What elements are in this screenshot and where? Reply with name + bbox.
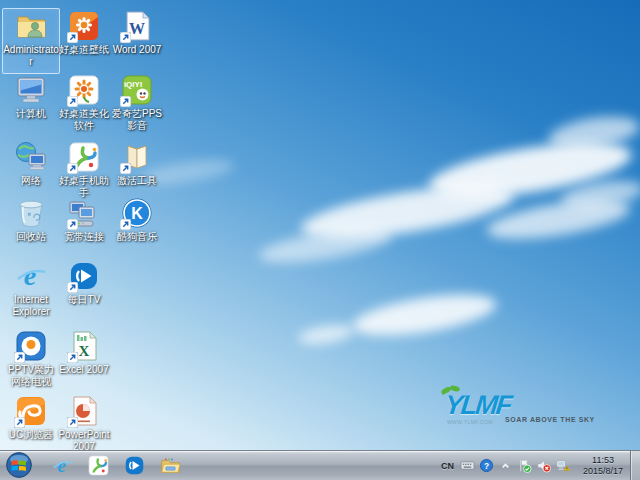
svg-text:iQIYI: iQIYI [124, 80, 142, 89]
desktop-icon-internet-explorer[interactable]: eInternet Explorer [2, 258, 60, 324]
taskbar-button-haozhuo-phone-assistant[interactable] [80, 452, 116, 479]
desktop-icon-label: 酷狗音乐 [108, 231, 166, 243]
desktop-icon-label: 回收站 [2, 231, 60, 243]
desktop-icon-recycle-bin[interactable]: 回收站 [2, 195, 60, 261]
taskbar-button-windows-explorer[interactable] [152, 452, 188, 479]
cloud [297, 322, 355, 348]
desktop: YLMF WWW.YLMF.COM SOAR ABOVE THE SKY Adm… [0, 0, 640, 480]
broadband-icon [67, 196, 101, 230]
ie-icon: e [51, 454, 74, 477]
taskbar-button-ie[interactable]: e [44, 452, 80, 479]
desktop-icon-label: PPTV聚力 网络电视 [2, 364, 60, 388]
explorer-icon [159, 454, 182, 477]
svg-text:e: e [24, 260, 36, 291]
ylmf-brand: YLMF [443, 390, 512, 421]
user-folder-icon [14, 9, 48, 43]
desktop-icon-label: 计算机 [2, 108, 60, 120]
help-icon[interactable]: ? [479, 458, 494, 473]
desktop-icon-label: Word 2007 [108, 44, 166, 56]
shortcut-arrow-icon [67, 163, 78, 174]
desktop-icon-label: 激活工具 [108, 175, 166, 187]
ylmf-tagline: SOAR ABOVE THE SKY [505, 416, 595, 423]
phone-assistant-icon [67, 140, 101, 174]
clock-date: 2015/8/17 [577, 466, 629, 477]
desktop-icon-label: 每日TV [55, 294, 113, 306]
shortcut-arrow-icon [67, 96, 78, 107]
shortcut-arrow-icon [67, 219, 78, 230]
desktop-icon-label: Administrator [2, 44, 60, 68]
shortcut-arrow-icon [14, 417, 25, 428]
phone-assistant-icon [87, 454, 110, 477]
powerpoint-icon [67, 394, 101, 428]
tv-play-icon [67, 259, 101, 293]
desktop-icon-label: Internet Explorer [2, 294, 60, 318]
uc-icon [14, 394, 48, 428]
shortcut-arrow-icon [120, 96, 131, 107]
ylmf-site: WWW.YLMF.COM [447, 419, 493, 425]
svg-text:e: e [57, 455, 65, 476]
shortcut-arrow-icon [120, 219, 131, 230]
shortcut-arrow-icon [67, 417, 78, 428]
shortcut-arrow-icon [120, 163, 131, 174]
desktop-icon-pptv[interactable]: PPTV聚力 网络电视 [2, 328, 60, 394]
ie-icon: e [14, 259, 48, 293]
taskbar-buttons: e [44, 451, 188, 480]
desktop-icon-kugou-music[interactable]: K酷狗音乐 [108, 195, 166, 261]
desktop-icon-label: 网络 [2, 175, 60, 187]
kugou-icon: K [120, 196, 154, 230]
word-icon: W [120, 9, 154, 43]
system-tray: CN ? 11:53 2015/8/17 [441, 451, 629, 480]
desktop-icon-label: 爱奇艺PPS影音 [108, 108, 166, 132]
start-button[interactable] [6, 452, 32, 478]
desktop-icon-label: UC浏览器 [2, 429, 60, 441]
svg-text:W: W [129, 20, 145, 37]
desktop-icon-label: 宽带连接 [55, 231, 113, 243]
excel-icon: X [67, 329, 101, 363]
svg-text:?: ? [484, 461, 489, 471]
recycle-bin-icon [14, 196, 48, 230]
desktop-icon-label: 好桌道壁纸 [55, 44, 113, 56]
cloud [350, 287, 499, 343]
desktop-icon-haozhuodao-wallpaper[interactable]: 好桌道壁纸 [55, 8, 113, 74]
computer-icon [14, 73, 48, 107]
show-desktop-button[interactable] [630, 451, 640, 480]
tv-play-icon [123, 454, 146, 477]
iqiyi-icon: iQIYI [120, 73, 154, 107]
action-center-icon[interactable] [517, 458, 532, 473]
shortcut-arrow-icon [67, 352, 78, 363]
desktop-icon-iqiyi-pps[interactable]: iQIYI爱奇艺PPS影音 [108, 72, 166, 138]
hidden-arrow-icon[interactable] [498, 458, 513, 473]
shortcut-arrow-icon [67, 282, 78, 293]
language-indicator[interactable]: CN [441, 461, 454, 471]
taskbar-button-daily-tv[interactable] [116, 452, 152, 479]
desktop-icon-haozhuodao-beautify[interactable]: 好桌道美化软件 [55, 72, 113, 138]
shortcut-arrow-icon [14, 352, 25, 363]
network-icon [14, 140, 48, 174]
pptv-icon [14, 329, 48, 363]
network-warning-icon[interactable] [555, 458, 570, 473]
desktop-icon-word-2007[interactable]: WWord 2007 [108, 8, 166, 74]
clock-time: 11:53 [577, 455, 629, 466]
clock[interactable]: 11:53 2015/8/17 [577, 455, 629, 477]
desktop-icon-computer[interactable]: 计算机 [2, 72, 60, 138]
keyboard-icon[interactable] [460, 458, 475, 473]
desktop-icon-excel-2007[interactable]: XExcel 2007 [55, 328, 113, 394]
svg-text:K: K [131, 205, 143, 222]
shortcut-arrow-icon [120, 32, 131, 43]
taskbar: e CN ? 11:53 2015/8/17 [0, 450, 640, 480]
shortcut-arrow-icon [67, 32, 78, 43]
desktop-icon-label: Excel 2007 [55, 364, 113, 376]
desktop-icon-broadband-connection[interactable]: 宽带连接 [55, 195, 113, 261]
desktop-icon-daily-tv[interactable]: 每日TV [55, 258, 113, 324]
desktop-icon-administrator[interactable]: Administrator [2, 8, 60, 74]
volume-muted-icon[interactable] [536, 458, 551, 473]
beautify-icon [67, 73, 101, 107]
svg-text:X: X [79, 343, 90, 359]
ylmf-watermark: YLMF WWW.YLMF.COM SOAR ABOVE THE SKY [433, 390, 583, 430]
activation-icon [120, 140, 154, 174]
tray-icons: ? [458, 458, 572, 473]
desktop-icon-label: 好桌道美化软件 [55, 108, 113, 132]
wallpaper-icon [67, 9, 101, 43]
